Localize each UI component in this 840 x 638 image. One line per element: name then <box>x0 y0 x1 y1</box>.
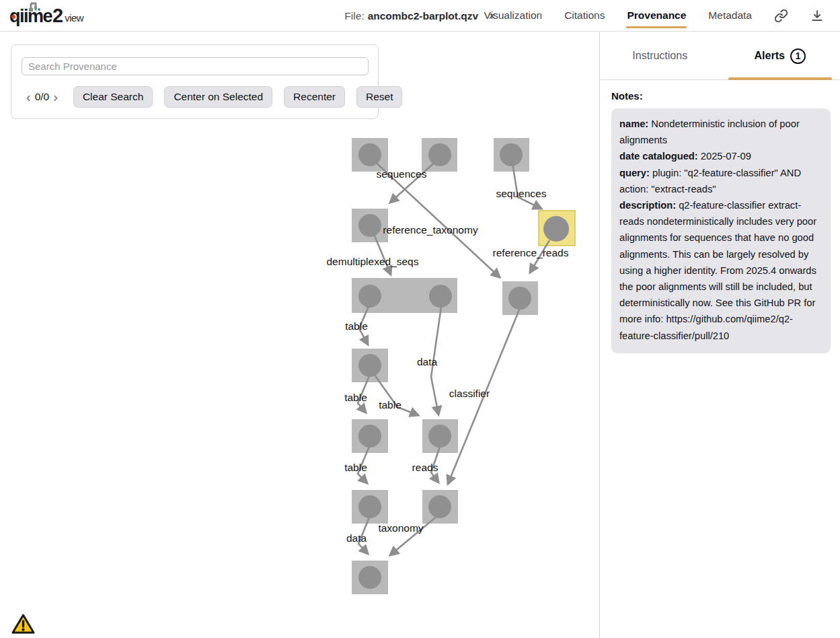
alert-date-label: date catalogued: <box>619 151 698 162</box>
alert-card: name: Nondeterministic inclusion of poor… <box>611 108 831 353</box>
edge-label: sequences <box>496 188 547 199</box>
search-controls: ‹ 0/0 › Clear Search Center on Selected … <box>11 86 378 108</box>
alert-date-text: 2025-07-09 <box>698 151 751 162</box>
file-name: ancombc2-barplot.qzv <box>368 10 479 22</box>
edge-label: data <box>346 532 367 544</box>
node-circle[interactable] <box>508 287 531 310</box>
provenance-edge <box>390 160 438 203</box>
file-tab-inner[interactable]: File: ancombc2-barplot.qzv × <box>344 10 495 22</box>
tab-alerts[interactable]: Alerts 1 <box>720 32 840 79</box>
header-nav: Visualization Citations Provenance Metad… <box>484 9 840 23</box>
edge-label: table <box>379 399 402 411</box>
node-circle[interactable] <box>358 143 381 166</box>
next-result-icon[interactable]: › <box>50 90 61 104</box>
alert-description-field: description: q2-feature-classifier extra… <box>619 197 823 344</box>
header: qiime2view File: ancombc2-barplot.qzv × … <box>0 0 840 32</box>
provenance-graph: sequencessequencesreference_taxonomyrefe… <box>0 32 599 638</box>
tab-instructions[interactable]: Instructions <box>600 32 720 79</box>
tab-metadata[interactable]: Metadata <box>708 9 752 22</box>
alert-query-field: query: plugin: "q2-feature-classifier" A… <box>619 165 823 197</box>
node-circle[interactable] <box>358 566 381 589</box>
provenance-edge <box>390 516 438 555</box>
node-circle[interactable] <box>500 143 523 166</box>
edge-label: table <box>344 462 367 473</box>
node-circle[interactable] <box>428 143 451 166</box>
center-on-selected-button[interactable]: Center on Selected <box>164 86 272 108</box>
logo-text-two: 2 <box>52 5 63 27</box>
tab-visualization[interactable]: Visualization <box>484 9 542 22</box>
search-panel: ‹ 0/0 › Clear Search Center on Selected … <box>11 44 379 119</box>
alert-name-label: name: <box>619 118 648 129</box>
alert-name-field: name: Nondeterministic inclusion of poor… <box>619 116 823 148</box>
alert-description-text: q2-feature-classifier extract-reads nond… <box>619 200 816 341</box>
search-input[interactable] <box>22 57 369 75</box>
side-panel: Instructions Alerts 1 Notes: name: Nonde… <box>599 32 840 638</box>
node-circle[interactable] <box>429 285 452 308</box>
clear-search-button[interactable]: Clear Search <box>73 86 153 108</box>
edge-label: reads <box>412 462 438 473</box>
notes-heading: Notes: <box>611 90 840 102</box>
node-circle[interactable] <box>428 425 451 448</box>
tab-instructions-label: Instructions <box>632 50 687 62</box>
side-panel-tabs: Instructions Alerts 1 <box>600 32 840 80</box>
provenance-graph-area[interactable]: sequencessequencesreference_taxonomyrefe… <box>0 32 599 638</box>
alert-date-field: date catalogued: 2025-07-09 <box>619 148 823 164</box>
node-circle[interactable] <box>358 214 381 237</box>
node-circle[interactable] <box>543 216 569 242</box>
tab-alerts-label: Alerts <box>755 50 785 62</box>
node-circle[interactable] <box>358 285 381 308</box>
qiime2view-logo[interactable]: qiime2view <box>9 5 83 27</box>
file-label: File: <box>344 10 364 22</box>
tab-citations[interactable]: Citations <box>564 9 605 22</box>
tab-provenance[interactable]: Provenance <box>627 9 686 22</box>
edge-label: reference_reads <box>493 247 569 258</box>
edge-label: demultiplexed_seqs <box>326 256 418 267</box>
share-link-icon[interactable] <box>774 9 788 23</box>
node-circle[interactable] <box>428 495 451 518</box>
prev-result-icon[interactable]: ‹ <box>24 90 34 104</box>
edge-label: classifier <box>449 388 490 399</box>
edge-label: table <box>345 320 368 332</box>
qiime2view-app: qiime2view File: ancombc2-barplot.qzv × … <box>0 0 840 638</box>
recenter-button[interactable]: Recenter <box>284 86 345 108</box>
edge-label: data <box>417 356 438 367</box>
alert-query-label: query: <box>619 168 650 178</box>
logo-text-view: view <box>65 12 83 24</box>
reset-button[interactable]: Reset <box>356 86 403 108</box>
edge-label: table <box>344 392 367 403</box>
edge-label: sequences <box>377 168 427 180</box>
edge-label: reference_taxonomy <box>383 224 478 236</box>
edge-label: taxonomy <box>378 522 423 534</box>
logo-sampler-icon <box>26 2 43 14</box>
logo-red-dot <box>11 15 15 19</box>
alerts-count-badge: 1 <box>790 48 806 64</box>
alert-description-label: description: <box>619 200 676 211</box>
download-icon[interactable] <box>810 9 824 23</box>
warning-icon[interactable] <box>11 612 35 638</box>
result-counter: 0/0 <box>35 91 50 103</box>
